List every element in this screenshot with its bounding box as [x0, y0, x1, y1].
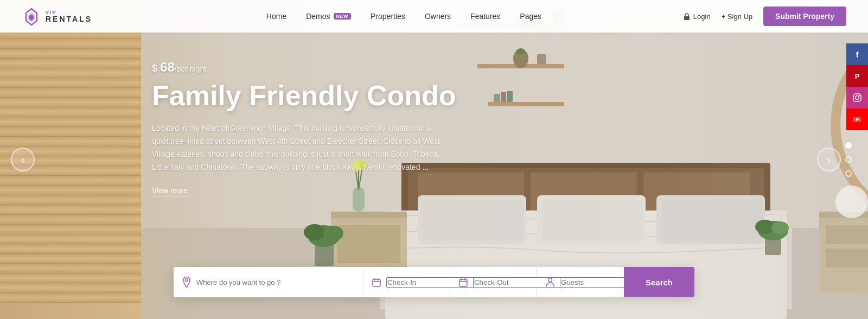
hero-content: $ 68/per night Family Friendly Condo Loc…: [152, 60, 456, 196]
facebook-icon: f: [856, 50, 859, 59]
checkin-field: [363, 267, 450, 297]
social-sidebar: f P: [846, 43, 868, 130]
location-field: [174, 267, 363, 297]
svg-point-82: [548, 278, 552, 282]
youtube-button[interactable]: [846, 109, 868, 130]
slider-dot-1[interactable]: [845, 142, 852, 149]
location-input[interactable]: [196, 278, 354, 286]
submit-property-button[interactable]: Submit Property: [763, 7, 846, 26]
slider-dot-3[interactable]: [845, 170, 852, 177]
guests-field: [537, 267, 624, 297]
svg-point-70: [859, 95, 860, 96]
instagram-button[interactable]: [846, 87, 868, 109]
location-icon: [182, 277, 191, 288]
instagram-icon: [852, 93, 862, 103]
nav-owners[interactable]: Owners: [425, 12, 451, 21]
logo-bottom-text: RENTALS: [46, 15, 92, 23]
logo-text: VIP RENTALS: [46, 10, 92, 23]
price-symbol: $: [152, 63, 157, 74]
pinterest-icon: P: [855, 72, 860, 80]
facebook-button[interactable]: f: [846, 43, 868, 65]
price-amount: 68: [160, 60, 175, 74]
slider-arrow-right[interactable]: ›: [817, 148, 841, 171]
svg-rect-74: [373, 279, 380, 286]
logo-icon: [22, 7, 41, 26]
slider-dot-2[interactable]: [845, 156, 852, 163]
search-bar: Search: [174, 267, 694, 297]
checkin-calendar-icon: [372, 278, 381, 287]
hero-title: Family Friendly Condo: [152, 80, 456, 111]
lock-icon: [683, 12, 691, 20]
nav-features[interactable]: Features: [470, 12, 500, 21]
nav-links: Home Demos new Properties Owners Feature…: [125, 12, 683, 21]
price-tag: $ 68/per night: [152, 60, 456, 75]
nav-demos[interactable]: Demos new: [306, 12, 351, 21]
svg-rect-78: [459, 279, 467, 286]
logo[interactable]: VIP RENTALS: [22, 7, 92, 26]
signup-link[interactable]: + Sign Up: [722, 12, 752, 21]
view-more-link[interactable]: View more: [152, 186, 188, 196]
demos-badge: new: [334, 13, 352, 20]
pinterest-button[interactable]: P: [846, 65, 868, 87]
search-button[interactable]: Search: [624, 267, 694, 297]
checkout-field: [450, 267, 537, 297]
checkout-calendar-icon: [459, 278, 468, 287]
guests-icon: [546, 277, 554, 287]
navbar: VIP RENTALS Home Demos new Properties Ow…: [0, 0, 868, 33]
price-per: /per night: [175, 65, 206, 73]
nav-pages[interactable]: Pages: [520, 12, 541, 21]
slider-arrow-left[interactable]: ‹: [11, 148, 35, 171]
svg-rect-67: [684, 16, 690, 20]
login-link[interactable]: Login: [683, 12, 711, 21]
svg-point-69: [856, 96, 859, 100]
slider-dots: [845, 142, 852, 177]
svg-point-73: [186, 279, 188, 282]
nav-properties[interactable]: Properties: [371, 12, 405, 21]
hero-description: Located in the heart of Greenwich Villag…: [152, 122, 445, 174]
youtube-icon: [852, 114, 862, 124]
nav-home[interactable]: Home: [266, 12, 286, 21]
nav-right: Login + Sign Up Submit Property: [683, 7, 846, 26]
hero-section: VIP RENTALS Home Demos new Properties Ow…: [0, 0, 868, 319]
